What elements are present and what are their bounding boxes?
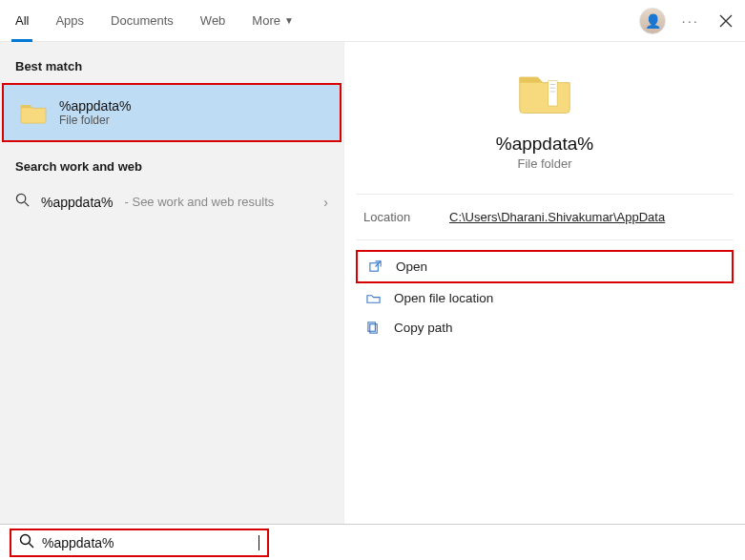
tab-all[interactable]: All: [11, 0, 32, 41]
actions-list: Open Open file location Copy path: [356, 250, 734, 342]
search-icon: [15, 193, 30, 211]
action-open-label: Open: [396, 259, 427, 274]
search-input-wrap[interactable]: [10, 529, 269, 557]
action-copy-path[interactable]: Copy path: [356, 313, 734, 342]
more-options-button[interactable]: ···: [681, 12, 699, 29]
result-text-group: %appdata% File folder: [59, 98, 132, 127]
preview-panel: %appdata% File folder Location C:\Users\…: [343, 42, 745, 524]
location-row: Location C:\Users\Dharani.Shivakumar\App…: [356, 195, 734, 240]
action-open-location[interactable]: Open file location: [356, 283, 734, 313]
tab-more-label: More: [252, 13, 280, 28]
result-title: %appdata%: [59, 98, 132, 114]
copy-icon: [365, 321, 381, 335]
top-bar: All Apps Documents Web More ▼ 👤 ···: [0, 0, 745, 42]
chevron-down-icon: ▼: [284, 15, 294, 26]
action-open[interactable]: Open: [356, 250, 734, 283]
location-label: Location: [363, 210, 449, 224]
folder-icon: [516, 65, 573, 122]
avatar[interactable]: 👤: [639, 8, 666, 34]
tab-web[interactable]: Web: [197, 0, 230, 41]
svg-line-10: [30, 543, 34, 548]
web-search-row[interactable]: %appdata% - See work and web results ›: [0, 183, 343, 220]
chevron-right-icon: ›: [323, 195, 328, 210]
svg-point-9: [21, 534, 31, 544]
search-bar: [0, 524, 745, 560]
open-icon: [367, 259, 383, 274]
result-subtitle: File folder: [59, 114, 132, 127]
location-path[interactable]: C:\Users\Dharani.Shivakumar\AppData: [449, 210, 665, 224]
main-area: Best match %appdata% File folder Search …: [0, 42, 745, 524]
tabs-row: All Apps Documents Web More ▼: [11, 0, 639, 41]
tab-more[interactable]: More ▼: [248, 0, 298, 41]
results-panel: Best match %appdata% File folder Search …: [0, 42, 343, 524]
web-query-desc: - See work and web results: [125, 195, 275, 209]
action-open-location-label: Open file location: [394, 291, 493, 305]
preview-header: %appdata% File folder: [356, 55, 734, 195]
top-right-controls: 👤 ···: [639, 8, 737, 34]
section-search-web: Search work and web: [0, 156, 343, 183]
preview-title: %appdata%: [496, 134, 593, 155]
text-cursor-icon: [259, 535, 259, 550]
svg-line-1: [25, 202, 29, 206]
svg-rect-6: [369, 263, 377, 271]
close-icon: [719, 14, 733, 28]
search-input[interactable]: [42, 535, 252, 550]
tab-apps[interactable]: Apps: [52, 0, 88, 41]
search-icon: [19, 533, 34, 552]
section-best-match: Best match: [0, 55, 343, 83]
tab-documents[interactable]: Documents: [107, 0, 177, 41]
folder-icon: [19, 100, 48, 125]
best-match-result[interactable]: %appdata% File folder: [2, 83, 341, 142]
close-button[interactable]: [714, 10, 737, 32]
preview-subtitle: File folder: [517, 156, 571, 171]
svg-point-0: [16, 194, 25, 202]
web-query-label: %appdata%: [41, 195, 114, 210]
folder-open-icon: [365, 291, 381, 305]
action-copy-path-label: Copy path: [394, 321, 453, 335]
